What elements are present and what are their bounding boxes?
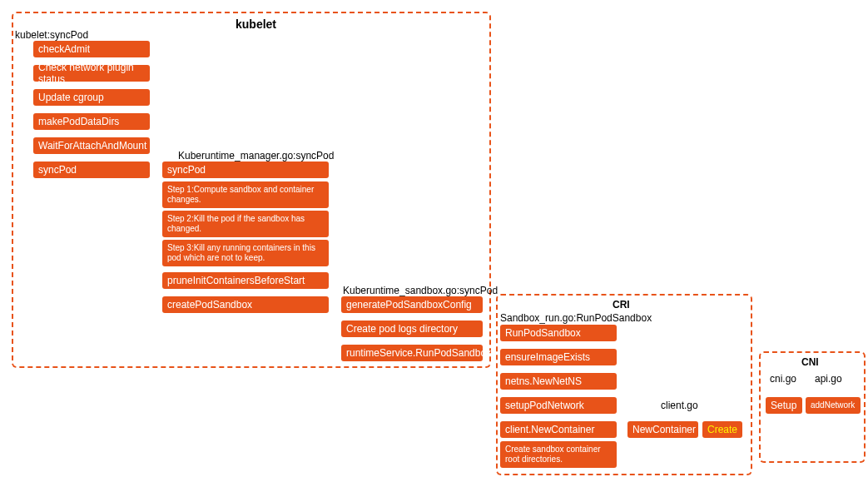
client-go-label: client.go — [661, 400, 698, 411]
kubelet-subhead: kubelet:syncPod — [15, 29, 88, 41]
box-create-pod-sandbox: createPodSandbox — [162, 296, 329, 313]
box-add-network: addNetwork — [806, 397, 861, 414]
cri-subhead: Sandbox_run.go:RunPodSandbox — [500, 312, 652, 324]
box-new-container: NewContainer — [627, 421, 698, 438]
box-create-pod-logs-dir: Create pod logs directory — [341, 321, 483, 337]
kubelet-title: kubelet — [236, 17, 276, 31]
cri-title: CRI — [613, 299, 630, 311]
box-wait-for-attach-and-mount: WaitForAttachAndMount — [33, 137, 150, 154]
box-runtime-service-run: runtimeService.RunPodSandbox — [341, 345, 483, 361]
box-generate-pod-sandbox-config: generatePodSandboxConfig — [341, 296, 483, 313]
api-go-label: api.go — [815, 373, 842, 385]
box-run-pod-sandbox: RunPodSandbox — [500, 325, 617, 341]
box-make-pod-data-dirs: makePodDataDirs — [33, 113, 150, 130]
box-setup-pod-network: setupPodNetwork — [500, 397, 617, 414]
cni-go-label: cni.go — [770, 373, 796, 385]
box-check-network-plugin-status: Check network plugin status — [33, 65, 150, 82]
box-prune-init: pruneInitContainersBeforeStart — [162, 272, 329, 289]
box-sync-pod-1: syncPod — [33, 162, 150, 178]
box-step2: Step 2:Kill the pod if the sandbox has c… — [162, 211, 329, 237]
box-client-new-container: client.NewContainer — [500, 421, 617, 438]
box-step3: Step 3:Kill any running containers in th… — [162, 240, 329, 266]
box-create: Create — [702, 421, 742, 438]
box-setup: Setup — [766, 397, 802, 414]
kuberuntime-sandbox-subhead: Kuberuntime_sandbox.go:syncPod — [343, 285, 498, 296]
box-create-sandbox-root-dirs: Create sandbox container root directorie… — [500, 441, 617, 468]
box-sync-pod-2: syncPod — [162, 162, 329, 178]
box-ensure-image-exists: ensureImageExists — [500, 349, 617, 365]
cni-title: CNI — [801, 356, 819, 368]
box-step1: Step 1:Compute sandbox and container cha… — [162, 181, 329, 208]
box-check-admit: checkAdmit — [33, 41, 150, 57]
box-netns-new: netns.NewNetNS — [500, 373, 617, 390]
kuberuntime-manager-subhead: Kuberuntime_manager.go:syncPod — [178, 150, 334, 162]
box-update-cgroup: Update cgroup — [33, 89, 150, 106]
